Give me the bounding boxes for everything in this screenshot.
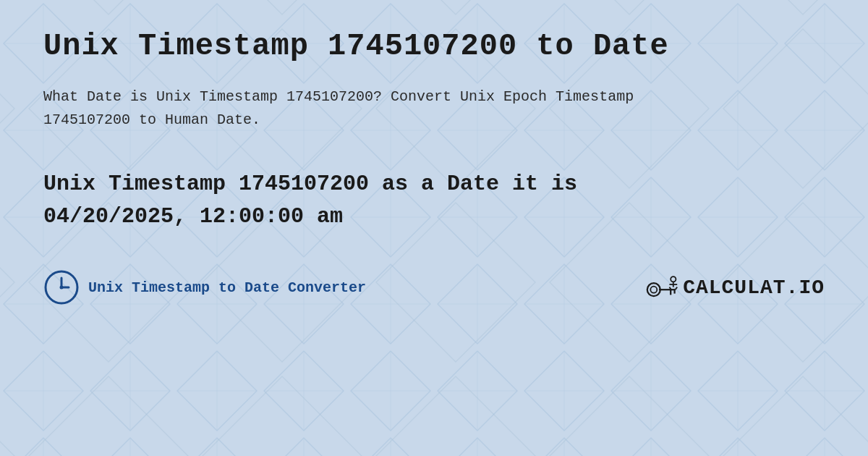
result-text: Unix Timestamp 1745107200 as a Date it i… [43,168,825,233]
result-section: Unix Timestamp 1745107200 as a Date it i… [43,168,825,233]
clock-icon [43,269,80,305]
page-title: Unix Timestamp 1745107200 to Date [43,29,825,64]
svg-point-16 [671,276,676,282]
footer: Unix Timestamp to Date Converter CALCULA… [43,269,825,305]
svg-point-11 [647,283,660,296]
footer-left: Unix Timestamp to Date Converter [43,269,366,305]
footer-link-text[interactable]: Unix Timestamp to Date Converter [88,279,366,296]
svg-point-12 [650,286,657,292]
logo-container: CALCULAT.IO [646,275,825,300]
calculatio-icon [646,275,678,300]
svg-line-20 [676,287,678,290]
logo-text: CALCULAT.IO [683,276,825,299]
svg-point-10 [60,286,64,290]
page-description: What Date is Unix Timestamp 1745107200? … [43,85,694,132]
result-line1: Unix Timestamp 1745107200 as a Date it i… [43,172,577,196]
result-line2: 04/20/2025, 12:00:00 am [43,204,343,229]
